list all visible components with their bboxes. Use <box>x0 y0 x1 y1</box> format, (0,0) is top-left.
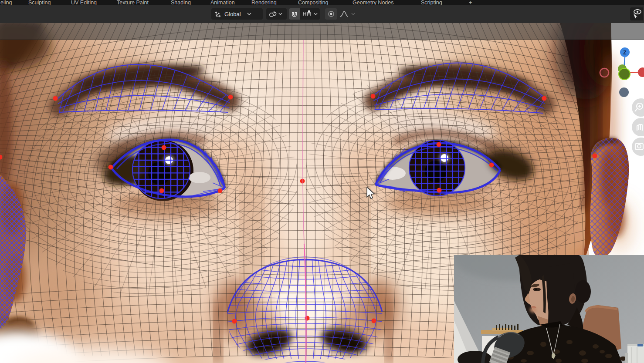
svg-text:Z: Z <box>623 50 626 56</box>
